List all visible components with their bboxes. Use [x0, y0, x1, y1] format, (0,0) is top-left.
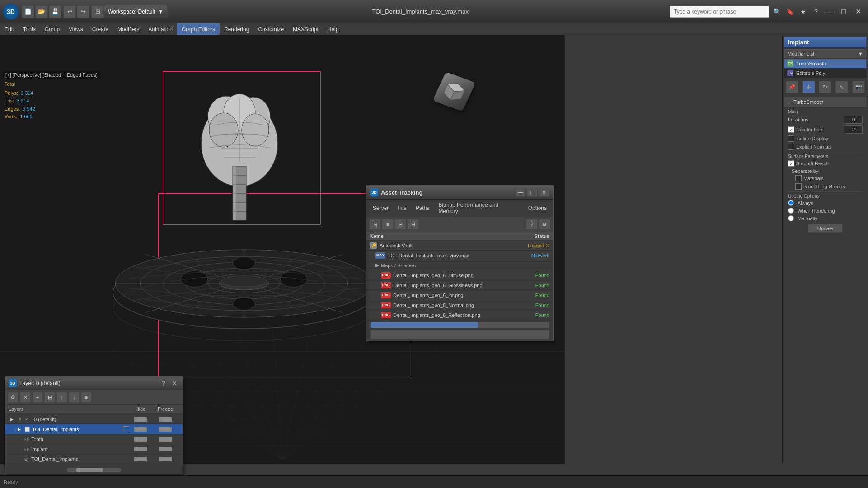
- maximize-button[interactable]: □: [836, 6, 851, 18]
- asset-menu-file[interactable]: File: [393, 204, 411, 213]
- layer-tool-move-to-layer[interactable]: ⊞: [44, 392, 55, 403]
- scale-btn[interactable]: ⤡: [835, 81, 848, 93]
- search-input[interactable]: [670, 6, 769, 18]
- asset-tool-3[interactable]: ⊟: [394, 219, 406, 230]
- menu-modifiers[interactable]: Modifiers: [113, 23, 144, 35]
- asset-row-vault[interactable]: 🔑 Autodesk Vault Logged O: [366, 241, 553, 251]
- star-button[interactable]: ★: [797, 6, 809, 18]
- layer-tool-add[interactable]: +: [32, 392, 43, 403]
- asset-close-button[interactable]: ✕: [539, 188, 549, 197]
- asset-row-normal[interactable]: PNG Dental_Implants_geo_6_Normal.png Fou…: [366, 300, 553, 310]
- turbosmooth-icon: TS: [787, 60, 793, 67]
- menu-graph-editors[interactable]: Graph Editors: [177, 23, 220, 35]
- layer-panel-help-button[interactable]: ?: [159, 379, 168, 388]
- ts-smooth-result-checkbox[interactable]: ✓: [788, 160, 794, 167]
- layer-tool-delete[interactable]: ✕: [20, 392, 31, 403]
- help-button[interactable]: ?: [810, 6, 822, 18]
- dental-model-svg: [90, 80, 407, 396]
- status-text: Ready: [4, 479, 18, 485]
- asset-menu-server[interactable]: Server: [368, 204, 393, 213]
- ts-explicit-checkbox[interactable]: [788, 144, 794, 150]
- camera-btn[interactable]: 📷: [852, 81, 865, 93]
- modifier-list-dropdown[interactable]: Modifier List ▼: [784, 49, 866, 58]
- asset-maximize-button[interactable]: □: [527, 188, 538, 197]
- svg-point-57: [221, 276, 267, 287]
- asset-menu-options[interactable]: Options: [524, 204, 551, 213]
- ts-materials-checkbox[interactable]: [795, 175, 802, 181]
- verts-value: 1 666: [20, 113, 33, 121]
- layer-toi-vis: [129, 427, 152, 432]
- menu-group[interactable]: Group: [40, 23, 64, 35]
- menu-edit[interactable]: Edit: [0, 23, 19, 35]
- asset-row-diffuse[interactable]: PNG Dental_Implants_geo_6_Diffuse.png Fo…: [366, 270, 553, 280]
- asset-tool-1[interactable]: ⊞: [369, 219, 381, 230]
- rotate-btn[interactable]: ↻: [819, 81, 831, 93]
- asset-menu-bitmap[interactable]: Bitmap Performance and Memory: [434, 200, 523, 216]
- asset-tool-help[interactable]: ?: [526, 219, 538, 230]
- asset-row-reflection[interactable]: PNG Dental_Implants_geo_6_Reflection.png…: [366, 310, 553, 320]
- asset-tool-2[interactable]: ≡: [382, 219, 394, 230]
- ts-render-iters-value[interactable]: 2: [845, 125, 863, 134]
- asset-row-glossiness[interactable]: PNG Dental_Implants_geo_6_Glossiness.png…: [366, 280, 553, 290]
- close-button[interactable]: ✕: [851, 6, 865, 18]
- menu-create[interactable]: Create: [88, 23, 113, 35]
- ts-isoline-checkbox[interactable]: [788, 135, 794, 142]
- ts-iterations-value[interactable]: 0: [845, 116, 863, 124]
- layer-tool-select-objects[interactable]: ↓: [69, 392, 80, 403]
- layer-toi-box: [123, 426, 129, 432]
- layer-tool-select-layer[interactable]: ↑: [56, 392, 67, 403]
- layer-layer-icon: ≡: [17, 416, 23, 423]
- scene-explorer-button[interactable]: ⊞: [91, 5, 104, 18]
- menu-help[interactable]: Help: [323, 23, 343, 35]
- asset-max-name: TOI_Dental_Implants_max_vray.max: [388, 253, 509, 258]
- modifier-turbosmooth[interactable]: TS TurboSmooth: [784, 59, 866, 69]
- ts-manually-radio[interactable]: [788, 215, 794, 221]
- layer-tool-select-all[interactable]: ≡: [81, 392, 92, 403]
- redo-button[interactable]: ↪: [77, 5, 89, 18]
- menu-customize[interactable]: Customize: [253, 23, 288, 35]
- minimize-button[interactable]: —: [822, 6, 836, 18]
- ts-render-iters-checkbox[interactable]: ✓: [788, 126, 794, 133]
- col-hide-label: Hide: [129, 406, 152, 412]
- viewport-cube[interactable]: [438, 76, 474, 112]
- ts-always-radio[interactable]: [788, 200, 794, 206]
- asset-tool-4[interactable]: ⊞: [407, 219, 419, 230]
- asset-row-maps[interactable]: ▶ Maps / Shaders: [366, 260, 553, 270]
- move-btn[interactable]: ✛: [802, 81, 815, 93]
- layer-list: ▶ ≡ ✓ 0 (default) ▶ ⬜ TOI_Dental_Implant…: [5, 414, 183, 465]
- asset-minimize-button[interactable]: —: [515, 188, 526, 197]
- pin-btn[interactable]: 📌: [786, 81, 798, 93]
- layer-row-tooth[interactable]: ◎ Tooth: [5, 434, 183, 444]
- layer-scrollbar[interactable]: [67, 468, 121, 472]
- new-button[interactable]: 📄: [22, 5, 34, 18]
- layer-row-implant[interactable]: ◎ Implant: [5, 444, 183, 454]
- turbosmooth-header[interactable]: − TurboSmooth: [784, 97, 866, 107]
- vault-icon: 🔑: [370, 242, 377, 249]
- bookmark-button[interactable]: 🔖: [784, 6, 796, 18]
- asset-row-ior[interactable]: PNG Dental_Implants_geo_6_ior.png Found: [366, 290, 553, 300]
- search-button[interactable]: 🔍: [771, 6, 783, 18]
- asset-logo: 3D: [370, 188, 378, 196]
- ts-update-button[interactable]: Update: [808, 224, 843, 233]
- asset-row-max-file[interactable]: MAX TOI_Dental_Implants_max_vray.max Net…: [366, 251, 553, 260]
- menu-maxscript[interactable]: MAXScript: [288, 23, 323, 35]
- asset-menu-paths[interactable]: Paths: [411, 204, 434, 213]
- modifier-editable-poly[interactable]: EP Editable Poly: [784, 69, 866, 78]
- ts-when-rendering-radio[interactable]: [788, 208, 794, 214]
- open-button[interactable]: 📂: [35, 5, 48, 18]
- undo-button[interactable]: ↩: [63, 5, 76, 18]
- save-button[interactable]: 💾: [49, 5, 61, 18]
- layer-row-toi[interactable]: ▶ ⬜ TOI_Dental_Implants: [5, 424, 183, 434]
- layer-row-toi-sub[interactable]: ◎ TOI_Dental_Implants: [5, 454, 183, 464]
- menu-tools[interactable]: Tools: [19, 23, 40, 35]
- menu-views[interactable]: Views: [64, 23, 88, 35]
- workspace-selector[interactable]: Workspace: Default ▼: [104, 5, 167, 18]
- layer-tool-settings[interactable]: ⚙: [8, 392, 19, 403]
- menu-rendering[interactable]: Rendering: [220, 23, 253, 35]
- asset-tool-config[interactable]: ⚙: [539, 219, 550, 230]
- layer-panel-close-button[interactable]: ✕: [170, 379, 179, 388]
- menu-animation[interactable]: Animation: [144, 23, 177, 35]
- ts-smoothing-groups-checkbox[interactable]: [795, 183, 802, 190]
- layer-row-default[interactable]: ▶ ≡ ✓ 0 (default): [5, 414, 183, 424]
- layer-scroll-thumb[interactable]: [76, 468, 103, 472]
